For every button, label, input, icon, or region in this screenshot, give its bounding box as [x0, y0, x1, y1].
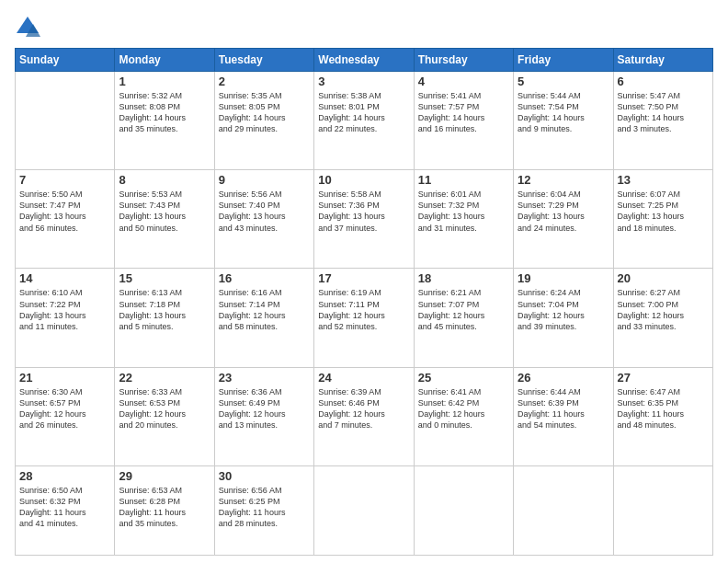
calendar-cell: 29Sunrise: 6:53 AM Sunset: 6:28 PM Dayli…	[115, 465, 214, 555]
day-number: 16	[219, 271, 310, 285]
day-number: 26	[518, 371, 609, 385]
day-number: 25	[418, 371, 509, 385]
day-info: Sunrise: 6:30 AM Sunset: 6:57 PM Dayligh…	[19, 386, 110, 431]
day-info: Sunrise: 5:50 AM Sunset: 7:47 PM Dayligh…	[19, 189, 110, 234]
col-header-monday: Monday	[115, 49, 214, 72]
day-number: 11	[418, 173, 509, 187]
calendar-cell: 6Sunrise: 5:47 AM Sunset: 7:50 PM Daylig…	[613, 72, 712, 170]
calendar-cell: 18Sunrise: 6:21 AM Sunset: 7:07 PM Dayli…	[414, 269, 513, 367]
calendar-cell: 11Sunrise: 6:01 AM Sunset: 7:32 PM Dayli…	[414, 170, 513, 269]
day-number: 17	[318, 271, 409, 285]
day-info: Sunrise: 6:33 AM Sunset: 6:53 PM Dayligh…	[119, 386, 210, 431]
day-number: 22	[119, 371, 210, 385]
day-info: Sunrise: 5:53 AM Sunset: 7:43 PM Dayligh…	[119, 189, 210, 234]
col-header-saturday: Saturday	[613, 49, 712, 72]
calendar-cell: 12Sunrise: 6:04 AM Sunset: 7:29 PM Dayli…	[514, 170, 613, 269]
day-info: Sunrise: 6:01 AM Sunset: 7:32 PM Dayligh…	[418, 189, 509, 234]
day-number: 20	[618, 271, 709, 285]
calendar-cell: 30Sunrise: 6:56 AM Sunset: 6:25 PM Dayli…	[214, 465, 313, 555]
calendar-header: SundayMondayTuesdayWednesdayThursdayFrid…	[16, 49, 713, 72]
day-info: Sunrise: 5:47 AM Sunset: 7:50 PM Dayligh…	[618, 90, 709, 135]
calendar-cell	[514, 465, 613, 555]
day-number: 19	[518, 271, 609, 285]
day-number: 3	[318, 75, 409, 88]
day-info: Sunrise: 6:44 AM Sunset: 6:39 PM Dayligh…	[518, 386, 609, 431]
day-info: Sunrise: 5:58 AM Sunset: 7:36 PM Dayligh…	[318, 189, 409, 234]
calendar-cell: 2Sunrise: 5:35 AM Sunset: 8:05 PM Daylig…	[214, 72, 313, 170]
col-header-sunday: Sunday	[16, 49, 115, 72]
day-number: 27	[618, 371, 709, 385]
calendar-cell: 17Sunrise: 6:19 AM Sunset: 7:11 PM Dayli…	[314, 269, 414, 367]
day-info: Sunrise: 6:41 AM Sunset: 6:42 PM Dayligh…	[418, 386, 509, 431]
logo	[15, 15, 42, 40]
day-number: 10	[318, 173, 409, 187]
calendar-cell: 22Sunrise: 6:33 AM Sunset: 6:53 PM Dayli…	[115, 367, 214, 465]
day-info: Sunrise: 6:13 AM Sunset: 7:18 PM Dayligh…	[119, 287, 210, 332]
calendar-cell: 28Sunrise: 6:50 AM Sunset: 6:32 PM Dayli…	[16, 465, 115, 555]
day-info: Sunrise: 6:36 AM Sunset: 6:49 PM Dayligh…	[219, 386, 310, 431]
day-info: Sunrise: 5:35 AM Sunset: 8:05 PM Dayligh…	[219, 90, 310, 135]
day-number: 2	[219, 75, 310, 88]
day-info: Sunrise: 6:39 AM Sunset: 6:46 PM Dayligh…	[318, 386, 409, 431]
week-row-1: 7Sunrise: 5:50 AM Sunset: 7:47 PM Daylig…	[16, 170, 713, 269]
day-number: 29	[119, 469, 210, 483]
calendar-cell: 13Sunrise: 6:07 AM Sunset: 7:25 PM Dayli…	[613, 170, 712, 269]
calendar-cell: 1Sunrise: 5:32 AM Sunset: 8:08 PM Daylig…	[115, 72, 214, 170]
page: SundayMondayTuesdayWednesdayThursdayFrid…	[0, 0, 728, 563]
calendar-cell: 10Sunrise: 5:58 AM Sunset: 7:36 PM Dayli…	[314, 170, 414, 269]
calendar-cell: 4Sunrise: 5:41 AM Sunset: 7:57 PM Daylig…	[414, 72, 513, 170]
day-number: 21	[19, 371, 110, 385]
logo-icon	[15, 15, 40, 40]
day-info: Sunrise: 6:56 AM Sunset: 6:25 PM Dayligh…	[219, 485, 310, 530]
day-info: Sunrise: 5:56 AM Sunset: 7:40 PM Dayligh…	[219, 189, 310, 234]
week-row-0: 1Sunrise: 5:32 AM Sunset: 8:08 PM Daylig…	[16, 72, 713, 170]
header	[15, 11, 713, 40]
calendar-cell: 19Sunrise: 6:24 AM Sunset: 7:04 PM Dayli…	[514, 269, 613, 367]
day-number: 18	[418, 271, 509, 285]
calendar-cell: 14Sunrise: 6:10 AM Sunset: 7:22 PM Dayli…	[16, 269, 115, 367]
day-number: 6	[618, 75, 709, 88]
day-info: Sunrise: 6:07 AM Sunset: 7:25 PM Dayligh…	[618, 189, 709, 234]
week-row-3: 21Sunrise: 6:30 AM Sunset: 6:57 PM Dayli…	[16, 367, 713, 465]
week-row-4: 28Sunrise: 6:50 AM Sunset: 6:32 PM Dayli…	[16, 465, 713, 555]
calendar-cell: 5Sunrise: 5:44 AM Sunset: 7:54 PM Daylig…	[514, 72, 613, 170]
day-number: 4	[418, 75, 509, 88]
day-number: 30	[219, 469, 310, 483]
calendar-cell: 26Sunrise: 6:44 AM Sunset: 6:39 PM Dayli…	[514, 367, 613, 465]
day-info: Sunrise: 6:27 AM Sunset: 7:00 PM Dayligh…	[618, 287, 709, 332]
col-header-tuesday: Tuesday	[214, 49, 313, 72]
day-number: 28	[19, 469, 110, 483]
day-info: Sunrise: 6:47 AM Sunset: 6:35 PM Dayligh…	[618, 386, 709, 431]
day-info: Sunrise: 6:19 AM Sunset: 7:11 PM Dayligh…	[318, 287, 409, 332]
calendar-cell: 15Sunrise: 6:13 AM Sunset: 7:18 PM Dayli…	[115, 269, 214, 367]
calendar-cell: 24Sunrise: 6:39 AM Sunset: 6:46 PM Dayli…	[314, 367, 414, 465]
day-info: Sunrise: 6:53 AM Sunset: 6:28 PM Dayligh…	[119, 485, 210, 530]
day-info: Sunrise: 6:21 AM Sunset: 7:07 PM Dayligh…	[418, 287, 509, 332]
day-number: 13	[618, 173, 709, 187]
day-number: 9	[219, 173, 310, 187]
day-number: 23	[219, 371, 310, 385]
calendar-cell: 25Sunrise: 6:41 AM Sunset: 6:42 PM Dayli…	[414, 367, 513, 465]
day-info: Sunrise: 5:41 AM Sunset: 7:57 PM Dayligh…	[418, 90, 509, 135]
calendar-cell: 8Sunrise: 5:53 AM Sunset: 7:43 PM Daylig…	[115, 170, 214, 269]
day-number: 7	[19, 173, 110, 187]
header-row: SundayMondayTuesdayWednesdayThursdayFrid…	[16, 49, 713, 72]
day-info: Sunrise: 5:44 AM Sunset: 7:54 PM Dayligh…	[518, 90, 609, 135]
day-number: 1	[119, 75, 210, 88]
day-number: 12	[518, 173, 609, 187]
calendar-cell: 23Sunrise: 6:36 AM Sunset: 6:49 PM Dayli…	[214, 367, 313, 465]
calendar-body: 1Sunrise: 5:32 AM Sunset: 8:08 PM Daylig…	[16, 72, 713, 556]
col-header-friday: Friday	[514, 49, 613, 72]
day-info: Sunrise: 6:10 AM Sunset: 7:22 PM Dayligh…	[19, 287, 110, 332]
day-info: Sunrise: 5:38 AM Sunset: 8:01 PM Dayligh…	[318, 90, 409, 135]
day-info: Sunrise: 6:24 AM Sunset: 7:04 PM Dayligh…	[518, 287, 609, 332]
calendar-cell: 16Sunrise: 6:16 AM Sunset: 7:14 PM Dayli…	[214, 269, 313, 367]
day-info: Sunrise: 5:32 AM Sunset: 8:08 PM Dayligh…	[119, 90, 210, 135]
calendar-cell: 27Sunrise: 6:47 AM Sunset: 6:35 PM Dayli…	[613, 367, 712, 465]
calendar-cell: 21Sunrise: 6:30 AM Sunset: 6:57 PM Dayli…	[16, 367, 115, 465]
week-row-2: 14Sunrise: 6:10 AM Sunset: 7:22 PM Dayli…	[16, 269, 713, 367]
col-header-wednesday: Wednesday	[314, 49, 414, 72]
calendar-cell	[613, 465, 712, 555]
day-info: Sunrise: 6:50 AM Sunset: 6:32 PM Dayligh…	[19, 485, 110, 530]
day-number: 8	[119, 173, 210, 187]
